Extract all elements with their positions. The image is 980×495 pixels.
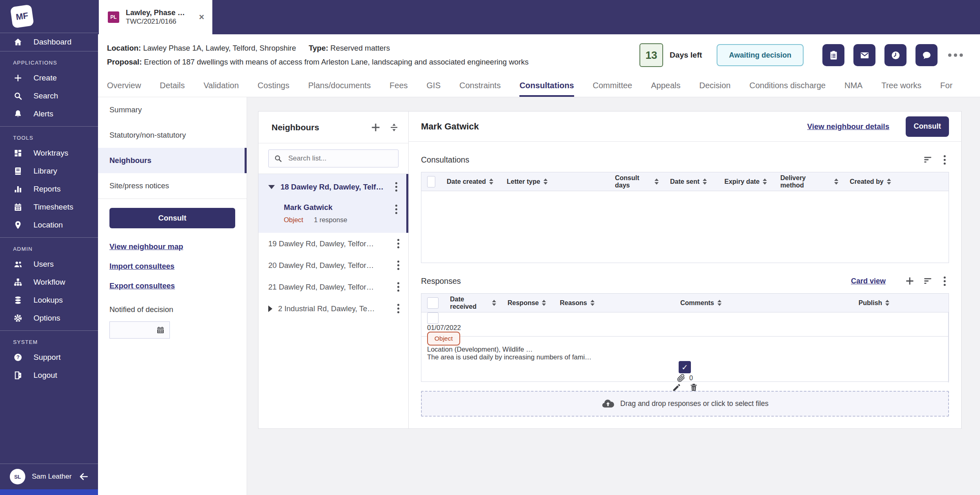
publish-checkbox-checked[interactable]: ✓ [679, 361, 691, 373]
logout-door-icon [13, 370, 23, 380]
tab-decision[interactable]: Decision [699, 76, 731, 97]
tab-costings[interactable]: Costings [258, 76, 290, 97]
tab-tree-works[interactable]: Tree works [881, 76, 921, 97]
responses-menu-icon[interactable] [940, 275, 949, 288]
column-header[interactable]: Delivery method [775, 174, 844, 189]
import-consultees-link[interactable]: Import consultees [109, 262, 235, 271]
subnav-item-site-press-notices[interactable]: Site/press notices [98, 173, 247, 198]
neighbour-contact[interactable]: Mark Gatwick Object 1 response [284, 203, 401, 224]
sidebar-item-logout[interactable]: Logout [0, 366, 98, 384]
column-header[interactable]: Publish [853, 299, 895, 307]
chevron-right-icon[interactable] [268, 305, 272, 312]
group-menu-icon[interactable] [392, 181, 401, 193]
sidebar-item-reports[interactable]: Reports [0, 180, 98, 198]
tab-committee[interactable]: Committee [593, 76, 633, 97]
sidebar-item-location[interactable]: Location [0, 216, 98, 234]
column-header[interactable]: Date sent [664, 178, 719, 185]
response-upload-dropzone[interactable]: Drag and drop responses or click to sele… [421, 391, 949, 417]
sidebar-item-alerts[interactable]: Alerts [0, 105, 98, 123]
notified-date-input[interactable] [114, 326, 156, 334]
tab-nma[interactable]: NMA [844, 76, 862, 97]
row-menu-icon[interactable] [394, 259, 403, 272]
select-all-checkbox[interactable] [427, 176, 435, 187]
column-header[interactable]: Response [502, 299, 554, 307]
column-header[interactable]: Date received [444, 296, 502, 310]
more-actions-icon[interactable] [948, 54, 963, 57]
sidebar-item-dashboard[interactable]: Dashboard [0, 33, 98, 51]
sidebar-item-create[interactable]: Create [0, 69, 98, 87]
tab-consultations[interactable]: Consultations [519, 76, 574, 97]
column-header[interactable]: Expiry date [719, 178, 775, 185]
document-tab[interactable]: PL Lawley, Phase … TWC/2021/0166 × [99, 0, 212, 34]
consultations-menu-icon[interactable] [940, 154, 949, 166]
calendar-icon[interactable] [156, 325, 165, 335]
column-header[interactable]: Created by [844, 178, 949, 185]
subnav-item-summary[interactable]: Summary [98, 97, 247, 123]
column-header[interactable]: Comments [675, 299, 853, 307]
document-tab-title: Lawley, Phase … [126, 9, 191, 17]
tab-conditions-discharge[interactable]: Conditions discharge [749, 76, 826, 97]
sidebar-item-timesheets[interactable]: Timesheets [0, 198, 98, 216]
tab-fees[interactable]: Fees [390, 76, 408, 97]
neighbour-search-field[interactable] [268, 149, 399, 167]
neighbour-row[interactable]: 21 Dawley Rd, Dawley, Telfor… [258, 276, 408, 298]
tab-plans-documents[interactable]: Plans/documents [308, 76, 371, 97]
filter-icon[interactable] [922, 154, 933, 165]
neighbour-group-selected[interactable]: 18 Dawley Rd, Dawley, Telf… Mark Gatwick… [258, 174, 408, 233]
sidebar-item-options[interactable]: Options [0, 309, 98, 327]
tab-appeals[interactable]: Appeals [651, 76, 680, 97]
select-all-checkbox[interactable] [427, 297, 439, 309]
neighbour-row[interactable]: 20 Dawley Rd, Dawley, Telfor… [258, 254, 408, 276]
split-resize-icon[interactable] [389, 122, 399, 133]
tab-overview[interactable]: Overview [107, 76, 141, 97]
export-consultees-link[interactable]: Export consultees [109, 281, 235, 290]
subnav-item-statutory[interactable]: Statutory/non-statutory [98, 123, 247, 148]
app-logo[interactable]: MF [0, 0, 98, 33]
card-view-link[interactable]: Card view [851, 277, 886, 285]
collapse-arrow-icon[interactable] [78, 471, 89, 482]
sidebar-item-users[interactable]: Users [0, 255, 98, 273]
view-neighbour-map-link[interactable]: View neighbour map [109, 242, 235, 251]
add-response-icon[interactable] [904, 276, 915, 286]
row-checkbox[interactable] [427, 312, 439, 324]
sidebar-item-search[interactable]: Search [0, 87, 98, 105]
contact-name[interactable]: Mark Gatwick [284, 203, 392, 212]
row-menu-icon[interactable] [394, 281, 403, 293]
sidebar-item-support[interactable]: ? Support [0, 348, 98, 366]
filter-icon[interactable] [922, 276, 933, 286]
column-header[interactable]: Consult days [609, 174, 664, 189]
view-neighbour-details-link[interactable]: View neighbour details [807, 122, 889, 131]
neighbour-address[interactable]: 18 Dawley Rd, Dawley, Telf… [281, 183, 386, 192]
tab-truncated[interactable]: For [940, 76, 953, 97]
sidebar-item-workflow[interactable]: Workflow [0, 273, 98, 291]
tab-gis[interactable]: GIS [427, 76, 441, 97]
row-menu-icon[interactable] [394, 302, 403, 315]
history-button[interactable] [884, 44, 906, 66]
paperclip-icon[interactable] [677, 373, 686, 383]
tab-validation[interactable]: Validation [204, 76, 239, 97]
column-header[interactable]: Letter type [501, 178, 609, 185]
consult-button[interactable]: Consult [906, 116, 949, 137]
chevron-down-icon[interactable] [268, 185, 275, 189]
neighbour-row[interactable]: 19 Dawley Rd, Dawley, Telfor… [258, 233, 408, 254]
consult-button[interactable]: Consult [109, 208, 235, 228]
notified-date-field[interactable] [109, 321, 170, 339]
close-tab-icon[interactable]: × [197, 12, 206, 22]
neighbour-row[interactable]: 2 Industrial Rd, Dawley, Te… [258, 298, 408, 319]
chat-button[interactable] [915, 44, 938, 66]
tab-constraints[interactable]: Constraints [459, 76, 501, 97]
row-menu-icon[interactable] [394, 237, 403, 250]
contact-response-count: 1 response [314, 216, 347, 224]
column-header[interactable]: Date created [441, 178, 501, 185]
email-button[interactable] [853, 44, 875, 66]
notes-button[interactable] [822, 44, 844, 66]
column-header[interactable]: Reasons [554, 299, 675, 307]
sidebar-item-lookups[interactable]: Lookups [0, 291, 98, 309]
sidebar-item-worktrays[interactable]: Worktrays [0, 144, 98, 162]
add-neighbour-icon[interactable] [370, 122, 381, 133]
subnav-item-neighbours[interactable]: Neighbours [98, 148, 247, 173]
tab-details[interactable]: Details [160, 76, 185, 97]
sidebar-item-library[interactable]: Library [0, 162, 98, 180]
contact-menu-icon[interactable] [392, 203, 401, 224]
neighbour-search-input[interactable] [287, 154, 393, 163]
